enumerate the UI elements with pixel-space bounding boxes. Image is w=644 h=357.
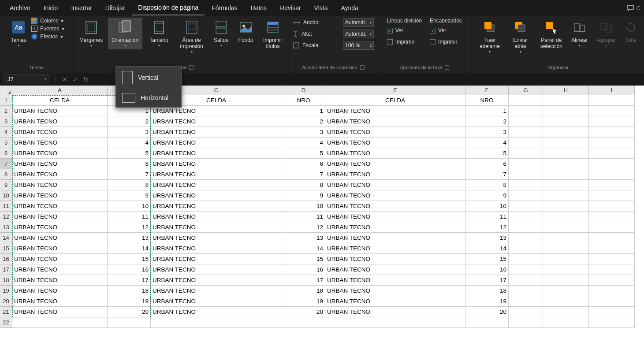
cell[interactable]: 15 — [108, 254, 151, 264]
cell[interactable] — [509, 307, 543, 317]
breaks-button[interactable]: Saltos ▾ — [210, 18, 232, 49]
cell[interactable] — [543, 138, 589, 148]
cell[interactable]: 12 — [465, 222, 509, 233]
cell[interactable]: URBAN TECNO — [12, 138, 108, 148]
cell[interactable] — [509, 180, 543, 190]
cell[interactable] — [543, 116, 589, 127]
cell[interactable] — [509, 148, 543, 159]
cell[interactable]: URBAN TECNO — [325, 106, 465, 116]
cell[interactable]: URBAN TECNO — [12, 286, 108, 296]
cell[interactable] — [543, 180, 589, 190]
cell[interactable]: 10 — [108, 201, 151, 212]
cell[interactable]: URBAN TECNO — [325, 138, 465, 148]
cell[interactable] — [589, 190, 635, 201]
cell[interactable]: 12 — [108, 222, 151, 233]
row-header-9[interactable]: 9 — [0, 180, 12, 190]
row-header-1[interactable]: 1 — [0, 95, 12, 106]
cell[interactable]: 9 — [465, 190, 509, 201]
column-headers[interactable]: ABCDEFGHI — [12, 86, 635, 95]
cell[interactable]: 17 — [108, 275, 151, 286]
row-header-19[interactable]: 19 — [0, 286, 12, 296]
cell[interactable]: URBAN TECNO — [325, 243, 465, 254]
row-header-16[interactable]: 16 — [0, 254, 12, 264]
tab-disposicion-pagina[interactable]: Disposición de página — [132, 0, 205, 15]
align-button[interactable]: Alinear▾ — [568, 18, 591, 49]
cell[interactable]: URBAN TECNO — [12, 222, 108, 233]
cell[interactable] — [509, 243, 543, 254]
cell[interactable]: 17 — [282, 275, 325, 286]
effects-button[interactable]: Efectos ▾ — [31, 33, 64, 40]
row-header-8[interactable]: 8 — [0, 169, 12, 180]
print-area-button[interactable]: Área de impresión ▾ — [176, 18, 208, 56]
cell[interactable]: URBAN TECNO — [12, 243, 108, 254]
cell[interactable] — [543, 286, 589, 296]
cell[interactable]: CELDA — [12, 95, 108, 106]
cell[interactable] — [589, 317, 635, 328]
cell[interactable] — [465, 317, 509, 328]
cell[interactable] — [589, 138, 635, 148]
cell[interactable] — [543, 233, 589, 243]
row-header-4[interactable]: 4 — [0, 127, 12, 138]
cell[interactable] — [543, 212, 589, 222]
cell[interactable]: 20 — [282, 307, 325, 317]
cell[interactable] — [543, 222, 589, 233]
select-all-corner[interactable] — [0, 86, 12, 95]
cell[interactable] — [589, 286, 635, 296]
row-header-7[interactable]: 7 — [0, 159, 12, 169]
cell[interactable] — [589, 169, 635, 180]
scale-spinner[interactable]: 100 %▴▾ — [343, 41, 374, 50]
cell[interactable]: URBAN TECNO — [325, 116, 465, 127]
cell[interactable] — [543, 201, 589, 212]
cell[interactable]: 16 — [108, 264, 151, 275]
themes-button[interactable]: Aa Temas ▾ — [8, 18, 29, 49]
cell[interactable]: 14 — [108, 243, 151, 254]
cell[interactable]: URBAN TECNO — [12, 106, 108, 116]
cell[interactable] — [509, 222, 543, 233]
cell[interactable]: NRO — [465, 95, 509, 106]
cell[interactable]: URBAN TECNO — [12, 275, 108, 286]
cell[interactable]: 19 — [465, 296, 509, 307]
row-header-11[interactable]: 11 — [0, 201, 12, 212]
cell[interactable] — [589, 159, 635, 169]
cell[interactable]: URBAN TECNO — [151, 254, 282, 264]
page-setup-launcher[interactable] — [189, 65, 194, 70]
cell[interactable] — [151, 317, 282, 328]
cell[interactable]: 14 — [282, 243, 325, 254]
tab-vista[interactable]: Vista — [308, 1, 334, 15]
cell[interactable]: URBAN TECNO — [151, 169, 282, 180]
cell[interactable]: 13 — [282, 233, 325, 243]
cell[interactable] — [12, 317, 108, 328]
cell[interactable] — [543, 254, 589, 264]
background-button[interactable]: Fondo — [235, 18, 257, 45]
tab-revisar[interactable]: Revisar — [274, 1, 307, 15]
cell[interactable]: 7 — [108, 169, 151, 180]
orientation-button[interactable]: Orientación ▾ — [108, 18, 142, 49]
cell[interactable]: 20 — [108, 307, 151, 317]
spreadsheet[interactable]: ABCDEFGHI 123456789101112131415161718192… — [0, 86, 644, 357]
cell[interactable] — [509, 95, 543, 106]
cell[interactable]: NRO — [282, 95, 325, 106]
row-header-6[interactable]: 6 — [0, 148, 12, 159]
cell[interactable] — [509, 233, 543, 243]
cell[interactable]: URBAN TECNO — [325, 180, 465, 190]
cell[interactable] — [543, 95, 589, 106]
cell[interactable]: URBAN TECNO — [151, 286, 282, 296]
cell[interactable] — [589, 127, 635, 138]
row-header-10[interactable]: 10 — [0, 190, 12, 201]
row-header-2[interactable]: 2 — [0, 106, 12, 116]
row-header-14[interactable]: 14 — [0, 233, 12, 243]
cell[interactable] — [543, 317, 589, 328]
column-header-I[interactable]: I — [589, 86, 635, 95]
cell[interactable]: 14 — [465, 243, 509, 254]
cell[interactable]: URBAN TECNO — [12, 169, 108, 180]
cell[interactable]: URBAN TECNO — [12, 307, 108, 317]
cell[interactable]: URBAN TECNO — [12, 296, 108, 307]
cell[interactable] — [543, 106, 589, 116]
cell[interactable] — [509, 286, 543, 296]
cell[interactable] — [589, 254, 635, 264]
sheet-options-launcher[interactable] — [445, 65, 449, 70]
row-header-15[interactable]: 15 — [0, 243, 12, 254]
cell[interactable] — [509, 127, 543, 138]
row-header-13[interactable]: 13 — [0, 222, 12, 233]
cell[interactable]: 17 — [465, 275, 509, 286]
